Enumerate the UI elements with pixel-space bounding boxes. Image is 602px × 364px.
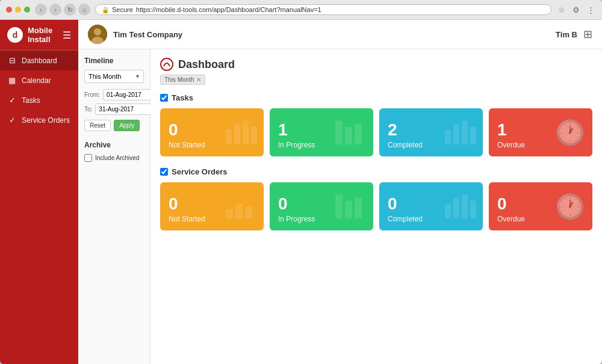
clock-icon: 🕐 xyxy=(555,193,585,221)
so-not-started-card[interactable]: 0 Not Started xyxy=(160,182,264,230)
breadcrumb-tag: This Month ✕ xyxy=(160,75,205,85)
tasks-cards-grid: 0 Not Started 1 xyxy=(160,108,592,156)
tasks-in-progress-card[interactable]: 1 In Progress xyxy=(270,108,373,156)
grid-icon[interactable]: ⊞ xyxy=(583,28,592,41)
from-label: From: xyxy=(84,91,100,98)
sidebar-item-service-orders[interactable]: ✓ Service Orders xyxy=(0,110,78,130)
svg-rect-9 xyxy=(345,127,352,145)
browser-nav: ‹ › ↻ ⌂ xyxy=(35,4,90,16)
svg-rect-19 xyxy=(345,201,352,219)
app-container: d Mobile Install ☰ ⊟ Dashboard ▦ Calenda… xyxy=(0,20,602,364)
calendar-icon: ▦ xyxy=(7,76,17,85)
to-row: To: xyxy=(84,103,144,115)
sidebar-item-label: Dashboard xyxy=(22,57,57,65)
sidebar-header: d Mobile Install ☰ xyxy=(0,20,78,51)
bar-chart-icon xyxy=(225,192,258,221)
bar-chart-icon xyxy=(225,118,258,147)
forward-button[interactable]: › xyxy=(49,4,61,16)
so-completed-card[interactable]: 0 Completed xyxy=(379,182,483,230)
svg-rect-20 xyxy=(355,198,362,219)
svg-rect-13 xyxy=(462,121,468,145)
to-label: To: xyxy=(84,106,92,113)
svg-rect-8 xyxy=(335,121,343,145)
svg-rect-11 xyxy=(445,130,451,145)
main-area: Timeline This Month Last Month This Year… xyxy=(78,49,602,364)
reset-button[interactable]: Reset xyxy=(84,120,111,131)
service-orders-icon: ✓ xyxy=(7,116,17,125)
bar-chart-icon xyxy=(334,118,367,147)
service-orders-label: Service Orders xyxy=(172,167,228,176)
svg-point-1 xyxy=(94,28,101,35)
breadcrumb-text: This Month xyxy=(164,76,194,83)
apply-button[interactable]: Apply xyxy=(114,120,140,131)
topbar: Tim Test Company Tim B ⊞ xyxy=(78,20,602,49)
svg-rect-10 xyxy=(355,124,362,145)
close-icon[interactable]: ✕ xyxy=(196,76,201,83)
archive-section: Archive Include Archived xyxy=(84,141,144,162)
service-orders-cards-grid: 0 Not Started 0 xyxy=(160,182,592,230)
service-orders-checkbox[interactable] xyxy=(160,168,168,176)
svg-rect-12 xyxy=(453,124,459,145)
secure-icon: 🔒 xyxy=(102,7,109,13)
svg-rect-16 xyxy=(235,204,243,219)
filter-panel: Timeline This Month Last Month This Year… xyxy=(78,49,150,364)
minimize-window-button[interactable] xyxy=(15,7,21,13)
tasks-not-started-card[interactable]: 0 Not Started xyxy=(160,108,264,156)
sidebar-item-calendar[interactable]: ▦ Calendar xyxy=(0,70,78,90)
refresh-button[interactable]: ↻ xyxy=(64,4,76,16)
svg-rect-4 xyxy=(226,130,232,145)
include-archived-checkbox[interactable] xyxy=(84,154,92,162)
from-row: From: xyxy=(84,89,144,100)
bar-chart-icon xyxy=(444,192,477,221)
svg-rect-15 xyxy=(226,210,233,219)
tasks-section-header: Tasks xyxy=(160,93,592,102)
bar-chart-icon xyxy=(444,118,477,147)
user-name: Tim B xyxy=(556,30,577,39)
browser-chrome: ‹ › ↻ ⌂ 🔒 Secure https://mobile.d-tools.… xyxy=(0,0,602,20)
back-button[interactable]: ‹ xyxy=(35,4,47,16)
tasks-icon: ✓ xyxy=(7,96,17,105)
sidebar-item-label: Service Orders xyxy=(22,116,70,125)
bookmark-icon[interactable]: ☆ xyxy=(556,4,567,15)
svg-rect-21 xyxy=(445,204,451,219)
more-icon[interactable]: ⋮ xyxy=(585,4,596,15)
svg-rect-5 xyxy=(234,124,240,145)
breadcrumb-row: This Month ✕ xyxy=(160,75,592,85)
svg-rect-6 xyxy=(243,121,249,145)
browser-window-controls xyxy=(6,7,30,13)
address-bar[interactable]: 🔒 Secure https://mobile.d-tools.com/app/… xyxy=(95,4,551,15)
tasks-completed-card[interactable]: 2 Completed xyxy=(379,108,483,156)
browser-actions: ☆ ⚙ ⋮ xyxy=(556,4,596,15)
filter-actions: Reset Apply xyxy=(84,120,144,131)
filter-title: Timeline xyxy=(84,57,144,65)
sidebar-item-tasks[interactable]: ✓ Tasks xyxy=(0,90,78,110)
service-orders-section-header: Service Orders xyxy=(160,167,592,176)
so-in-progress-card[interactable]: 0 In Progress xyxy=(270,182,373,230)
tasks-label: Tasks xyxy=(172,93,193,102)
svg-rect-7 xyxy=(251,127,257,145)
home-button[interactable]: ⌂ xyxy=(78,4,90,16)
extension-icon[interactable]: ⚙ xyxy=(571,4,582,15)
dashboard-header: Dashboard xyxy=(160,58,592,71)
maximize-window-button[interactable] xyxy=(24,7,30,13)
include-archived-label[interactable]: Include Archived xyxy=(84,154,144,162)
clock-icon: 🕐 xyxy=(555,119,585,147)
tasks-checkbox[interactable] xyxy=(160,94,168,102)
avatar xyxy=(88,25,107,44)
sidebar-menu-icon[interactable]: ☰ xyxy=(63,29,71,41)
bar-chart-icon xyxy=(334,192,367,221)
svg-rect-17 xyxy=(245,207,252,219)
sidebar-item-dashboard[interactable]: ⊟ Dashboard xyxy=(0,51,78,70)
svg-rect-23 xyxy=(462,195,468,219)
sidebar: d Mobile Install ☰ ⊟ Dashboard ▦ Calenda… xyxy=(0,20,78,364)
dashboard-logo-icon xyxy=(160,58,173,71)
sidebar-nav: ⊟ Dashboard ▦ Calendar ✓ Tasks ✓ Service… xyxy=(0,51,78,130)
period-select[interactable]: This Month Last Month This Year xyxy=(84,70,144,83)
app-logo: d xyxy=(7,27,23,43)
so-overdue-card[interactable]: 🕐 0 Overdue xyxy=(489,182,592,230)
tasks-overdue-card[interactable]: 🕐 1 Overdue xyxy=(489,108,592,156)
dashboard-title: Dashboard xyxy=(178,58,235,71)
close-window-button[interactable] xyxy=(6,7,12,13)
url-text: https://mobile.d-tools.com/app/Dashboard… xyxy=(136,6,321,13)
svg-rect-22 xyxy=(453,198,459,219)
